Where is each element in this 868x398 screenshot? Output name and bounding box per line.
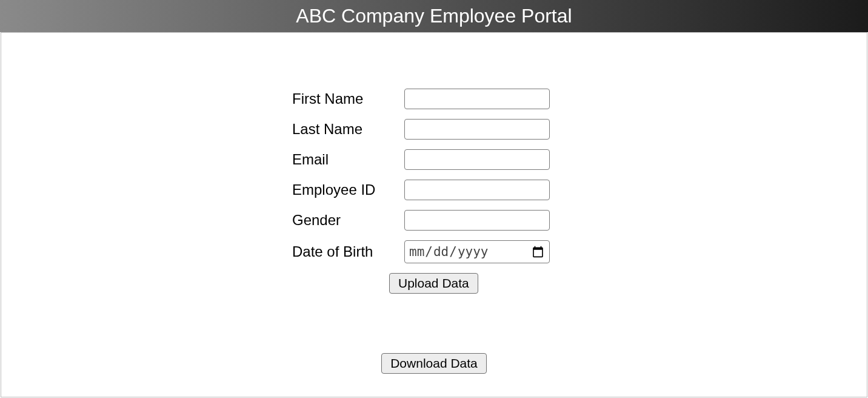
first-name-label: First Name — [292, 90, 404, 107]
employee-id-label: Employee ID — [292, 181, 404, 198]
employee-id-input[interactable] — [404, 180, 550, 200]
form-row-employee-id: Employee ID — [292, 180, 553, 200]
dob-input[interactable] — [404, 240, 550, 263]
last-name-input[interactable] — [404, 119, 550, 140]
gender-label: Gender — [292, 212, 404, 229]
email-input[interactable] — [404, 149, 550, 170]
gender-input[interactable] — [404, 210, 550, 231]
form-row-first-name: First Name — [292, 89, 553, 109]
form-row-gender: Gender — [292, 210, 553, 231]
page-header: ABC Company Employee Portal — [0, 0, 868, 32]
dob-label: Date of Birth — [292, 243, 404, 260]
first-name-input[interactable] — [404, 89, 550, 109]
download-button[interactable]: Download Data — [381, 353, 487, 374]
form-row-last-name: Last Name — [292, 119, 553, 140]
form-row-dob: Date of Birth — [292, 240, 553, 263]
last-name-label: Last Name — [292, 121, 404, 138]
upload-row: Upload Data — [389, 273, 553, 294]
upload-button[interactable]: Upload Data — [389, 273, 478, 294]
employee-form: First Name Last Name Email Employee ID G… — [292, 89, 553, 294]
form-row-email: Email — [292, 149, 553, 170]
page-title: ABC Company Employee Portal — [296, 5, 572, 27]
download-area: Download Data — [1, 353, 867, 374]
email-label: Email — [292, 151, 404, 168]
content-panel: First Name Last Name Email Employee ID G… — [1, 32, 867, 397]
